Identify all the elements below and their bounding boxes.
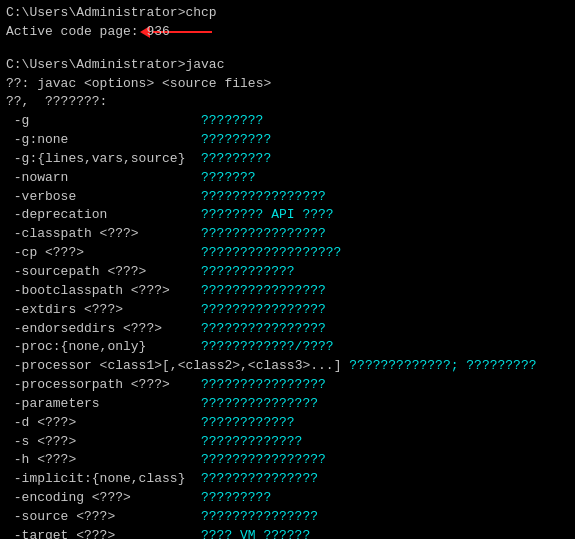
line-implicit: -implicit:{none,class}??????????????? xyxy=(6,470,569,489)
terminal-window: C:\Users\Administrator>chcp Active code … xyxy=(0,0,575,539)
line-bootclasspath: -bootclasspath <???>???????????????? xyxy=(6,282,569,301)
line-javac-prompt: C:\Users\Administrator>javac xyxy=(6,56,569,75)
line-g-detail: -g:{lines,vars,source}????????? xyxy=(6,150,569,169)
blank-line-1 xyxy=(6,42,569,56)
line-extdirs: -extdirs <???>???????????????? xyxy=(6,301,569,320)
line-processor: -processor <class1>[,<class2>,<class3>..… xyxy=(6,357,569,376)
line-verbose: -verbose???????????????? xyxy=(6,188,569,207)
line-chcp-prompt: C:\Users\Administrator>chcp xyxy=(6,4,569,23)
line-g-none: -g:none????????? xyxy=(6,131,569,150)
line-cp: -cp <???>?????????????????? xyxy=(6,244,569,263)
line-d: -d <???>???????????? xyxy=(6,414,569,433)
line-proc: -proc:{none,only}????????????/???? xyxy=(6,338,569,357)
line-options-header: ??, ???????: xyxy=(6,93,569,112)
line-encoding: -encoding <???>????????? xyxy=(6,489,569,508)
line-processorpath: -processorpath <???>???????????????? xyxy=(6,376,569,395)
line-endorseddirs: -endorseddirs <???>???????????????? xyxy=(6,320,569,339)
line-h: -h <???>???????????????? xyxy=(6,451,569,470)
line-parameters: -parameters??????????????? xyxy=(6,395,569,414)
line-s: -s <???>????????????? xyxy=(6,433,569,452)
line-deprecation: -deprecation???????? API ???? xyxy=(6,206,569,225)
line-g: -g???????? xyxy=(6,112,569,131)
line-source: -source <???>??????????????? xyxy=(6,508,569,527)
line-nowarn: -nowarn??????? xyxy=(6,169,569,188)
line-target: -target <???>???? VM ?????? xyxy=(6,527,569,539)
line-usage: ??: javac <options> <source files> xyxy=(6,75,569,94)
line-active-code: Active code page: 936 xyxy=(6,23,569,42)
line-classpath: -classpath <???>???????????????? xyxy=(6,225,569,244)
line-sourcepath: -sourcepath <???>???????????? xyxy=(6,263,569,282)
